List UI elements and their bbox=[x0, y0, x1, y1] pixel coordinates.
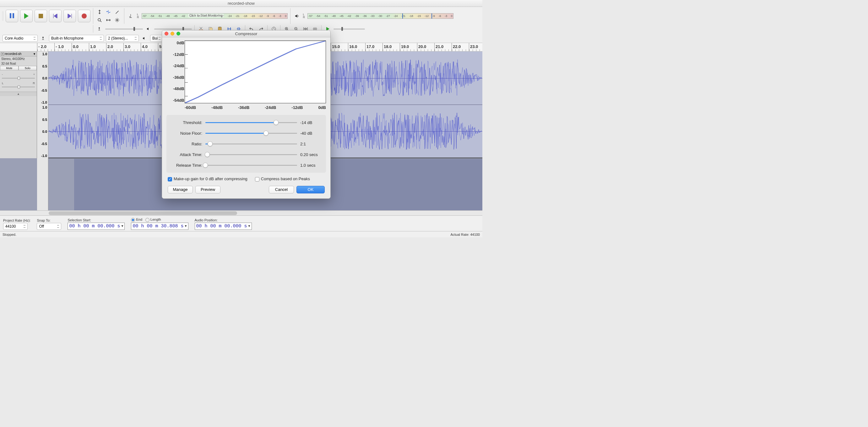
param-slider[interactable] bbox=[206, 119, 297, 126]
makeup-gain-checkbox[interactable]: Make-up gain for 0 dB after compressing bbox=[168, 177, 247, 181]
skip-end-button[interactable] bbox=[63, 10, 76, 22]
rate-dropdown[interactable]: 44100 bbox=[3, 223, 28, 230]
param-row-4: Release Time:1.0 secs bbox=[170, 162, 322, 168]
pos-label: Audio Position: bbox=[195, 218, 252, 222]
zoom-icon[interactable] bbox=[177, 32, 180, 35]
param-label: Ratio: bbox=[170, 142, 202, 146]
timeshift-tool-icon[interactable] bbox=[104, 16, 112, 24]
draw-tool-icon[interactable] bbox=[113, 8, 121, 16]
end-radio[interactable]: End bbox=[131, 218, 142, 222]
mic-meter-icon bbox=[127, 12, 134, 20]
param-value: 2:1 bbox=[300, 142, 322, 146]
param-label: Noise Floor: bbox=[170, 131, 202, 135]
collapse-button[interactable]: ▲ bbox=[0, 92, 37, 96]
main-window: recorded-show L R -57-54-51 bbox=[0, 0, 483, 237]
param-label: Release Time: bbox=[170, 163, 202, 167]
horizontal-scrollbar[interactable] bbox=[0, 210, 483, 215]
track-menu-icon[interactable]: ▼ bbox=[33, 53, 36, 56]
compress-peaks-checkbox[interactable]: Compress based on Peaks bbox=[255, 177, 310, 181]
play-speed-slider[interactable] bbox=[334, 26, 365, 32]
rec-meter-lr: L R bbox=[136, 13, 140, 19]
param-slider[interactable] bbox=[206, 130, 297, 136]
titlebar: recorded-show bbox=[0, 0, 483, 7]
minimize-icon[interactable] bbox=[170, 32, 174, 35]
track-depth: 32-bit float bbox=[0, 61, 37, 66]
zoom-tool-icon[interactable] bbox=[96, 16, 103, 24]
param-value: -14 dB bbox=[300, 120, 322, 125]
track-control-panel: × recorded-sh ▼ Stereo, 44100Hz 32-bit f… bbox=[0, 52, 37, 158]
skip-start-button[interactable] bbox=[49, 10, 62, 22]
rec-channels-dropdown[interactable]: 2 (Stereo)... bbox=[106, 35, 139, 42]
sel-start-field[interactable]: 00 h 00 m 00.000 s▼ bbox=[67, 223, 125, 230]
param-value: 1.0 secs bbox=[300, 163, 322, 167]
svg-point-12 bbox=[314, 28, 316, 30]
multitool-icon[interactable] bbox=[113, 16, 121, 24]
compressor-dialog: Compressor 0dB-12dB-24dB-36dB-48dB-54dB … bbox=[162, 30, 331, 199]
play-button[interactable] bbox=[20, 10, 33, 22]
envelope-tool-icon[interactable] bbox=[104, 8, 112, 16]
play-device-dropdown[interactable]: Bui bbox=[150, 35, 163, 42]
record-button[interactable] bbox=[78, 10, 90, 22]
dialog-title[interactable]: Compressor bbox=[162, 30, 330, 37]
track-format: Stereo, 44100Hz bbox=[0, 57, 37, 61]
pan-slider[interactable] bbox=[2, 85, 35, 89]
ok-button[interactable]: OK bbox=[297, 186, 325, 193]
param-row-2: Ratio:2:1 bbox=[170, 141, 322, 147]
gain-slider[interactable] bbox=[2, 77, 35, 80]
length-radio[interactable]: Length bbox=[146, 218, 161, 222]
grip[interactable] bbox=[2, 11, 4, 21]
param-value: 0.20 secs bbox=[300, 152, 322, 157]
svg-point-13 bbox=[42, 37, 44, 38]
audio-pos-field[interactable]: 00 h 00 m 00.000 s▼ bbox=[195, 223, 252, 230]
param-panel: Threshold:-14 dBNoise Floor:-40 dBRatio:… bbox=[166, 115, 326, 173]
param-slider[interactable] bbox=[206, 162, 297, 168]
track-name[interactable]: recorded-sh bbox=[5, 52, 21, 56]
play-vol-icon bbox=[145, 25, 152, 33]
svg-point-0 bbox=[98, 19, 100, 21]
param-row-3: Attack Time:0.20 secs bbox=[170, 151, 322, 158]
manage-button[interactable]: Manage bbox=[168, 186, 193, 193]
mute-button[interactable]: Mute bbox=[0, 66, 19, 70]
param-label: Attack Time: bbox=[170, 152, 202, 157]
svg-rect-7 bbox=[219, 27, 220, 28]
svg-point-1 bbox=[99, 27, 100, 29]
status-right: Actual Rate: 44100 bbox=[450, 233, 480, 237]
param-slider[interactable] bbox=[206, 141, 297, 147]
speaker-meter-icon bbox=[293, 12, 301, 20]
close-icon[interactable] bbox=[164, 32, 168, 35]
snap-dropdown[interactable]: Off bbox=[37, 223, 61, 230]
param-value: -40 dB bbox=[300, 131, 322, 135]
play-meter[interactable]: -57-54-51-48-45-42-39-36-33-30-27-24-21-… bbox=[307, 13, 454, 19]
param-label: Threshold: bbox=[170, 120, 202, 125]
play-meter-lr: L R bbox=[302, 13, 306, 19]
sel-end-field[interactable]: 00 h 00 m 30.808 s▼ bbox=[131, 223, 188, 230]
rate-label: Project Rate (Hz): bbox=[3, 218, 30, 222]
mic-icon bbox=[39, 34, 47, 42]
cancel-button[interactable]: Cancel bbox=[269, 186, 294, 193]
transfer-curve-graph: 0dB-12dB-24dB-36dB-48dB-54dB bbox=[185, 40, 326, 103]
param-row-1: Noise Floor:-40 dB bbox=[170, 130, 322, 136]
status-left: Stopped. bbox=[2, 233, 16, 237]
monitor-label[interactable]: Click to Start Monitoring bbox=[188, 14, 224, 17]
speaker-small-icon bbox=[141, 34, 148, 42]
selection-tool-icon[interactable] bbox=[96, 8, 103, 16]
preview-button[interactable]: Preview bbox=[195, 186, 220, 193]
audio-host-dropdown[interactable]: Core Audio bbox=[2, 35, 38, 42]
sel-start-label: Selection Start: bbox=[67, 218, 125, 222]
snap-label: Snap To: bbox=[37, 218, 61, 222]
rec-meter[interactable]: -57-54-51-48-45-42-39-36-33-30-27-24-21-… bbox=[142, 13, 288, 19]
rec-volume-slider[interactable] bbox=[105, 26, 143, 32]
param-slider[interactable] bbox=[206, 151, 297, 158]
rec-device-dropdown[interactable]: Built-in Microphone bbox=[49, 35, 104, 42]
mic-vol-icon bbox=[96, 25, 103, 33]
solo-button[interactable]: Solo bbox=[19, 66, 37, 70]
pause-button[interactable] bbox=[6, 10, 18, 22]
close-track-icon[interactable]: × bbox=[1, 53, 4, 56]
stop-button[interactable] bbox=[35, 10, 47, 22]
param-row-0: Threshold:-14 dB bbox=[170, 119, 322, 126]
